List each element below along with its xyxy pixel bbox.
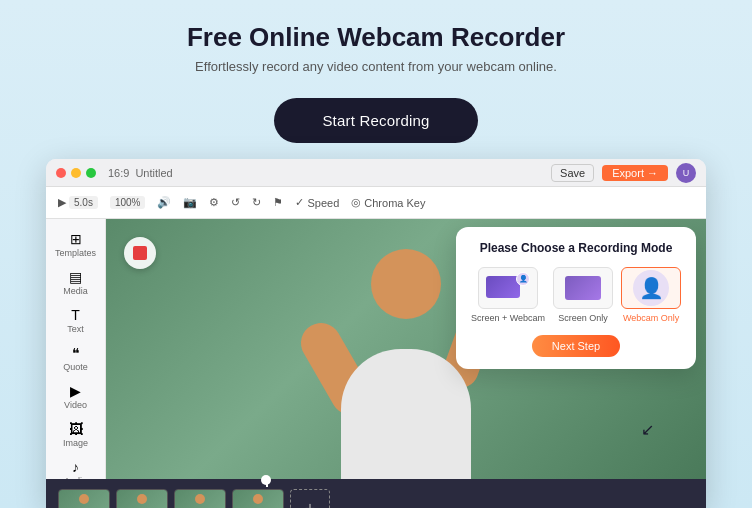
close-window-button[interactable] — [56, 168, 66, 178]
audio-sidebar-icon: ♪ — [72, 460, 79, 474]
quote-icon: ❝ — [72, 346, 80, 360]
toolbar: ▶ 5.0s 100% 🔊 📷 ⚙ ↺ ↻ ⚑ — [46, 187, 706, 219]
next-step-button[interactable]: Next Step — [532, 335, 620, 357]
sidebar-item-text[interactable]: T Text — [50, 303, 102, 339]
page-wrapper: Free Online Webcam Recorder Effortlessly… — [0, 0, 752, 508]
filename-label: Untitled — [135, 167, 172, 179]
undo-icon: ↺ — [231, 196, 240, 209]
aspect-ratio-label: 16:9 — [108, 167, 129, 179]
toolbar-chroma-key[interactable]: ◎ Chroma Key — [351, 196, 425, 209]
play-icon: ▶ — [58, 196, 66, 209]
toolbar-audio[interactable]: 🔊 — [157, 196, 171, 209]
combo-screen — [486, 276, 520, 298]
user-avatar: U — [676, 163, 696, 183]
record-stop-button[interactable] — [124, 237, 156, 269]
sidebar-item-media[interactable]: ▤ Media — [50, 265, 102, 301]
duration-badge: 5.0s — [69, 196, 98, 209]
toolbar-camera[interactable]: 📷 — [183, 196, 197, 209]
sidebar-item-quote[interactable]: ❝ Quote — [50, 341, 102, 377]
mode-screen-webcam[interactable]: 👤 Screen + Webcam — [471, 267, 545, 323]
canvas-area: Please Choose a Recording Mode 👤 Screen … — [106, 219, 706, 479]
redo-icon: ↻ — [252, 196, 261, 209]
timeline-thumb-2[interactable] — [116, 489, 168, 508]
person-icon: 👤 — [639, 276, 664, 300]
image-icon: 🖼 — [69, 422, 83, 436]
title-bar-actions: Save Export → U — [551, 163, 696, 183]
screen-webcam-label: Screen + Webcam — [471, 313, 545, 323]
modal-title: Please Choose a Recording Mode — [470, 241, 682, 255]
timeline: + — [46, 479, 706, 508]
camera-icon: 📷 — [183, 196, 197, 209]
start-recording-button[interactable]: Start Recording — [274, 98, 477, 143]
maximize-window-button[interactable] — [86, 168, 96, 178]
speed-check-icon: ✓ — [295, 196, 304, 209]
flag-icon: ⚑ — [273, 196, 283, 209]
minimize-window-button[interactable] — [71, 168, 81, 178]
chroma-label: Chroma Key — [364, 197, 425, 209]
toolbar-flag[interactable]: ⚑ — [273, 196, 283, 209]
save-button[interactable]: Save — [551, 164, 594, 182]
cursor: ↙ — [641, 420, 654, 439]
person-head — [371, 249, 441, 319]
mode-webcam-only[interactable]: 👤 Webcam Only — [621, 267, 681, 323]
toolbar-settings[interactable]: ⚙ — [209, 196, 219, 209]
page-subtitle: Effortlessly record any video content fr… — [187, 59, 565, 74]
export-button[interactable]: Export → — [602, 165, 668, 181]
screen-only-icon — [565, 276, 601, 300]
combo-cam: 👤 — [516, 272, 530, 286]
templates-icon: ⊞ — [70, 232, 82, 246]
screen-only-label: Screen Only — [558, 313, 608, 323]
title-bar: 16:9 Untitled Save Export → U — [46, 159, 706, 187]
speed-label: Speed — [307, 197, 339, 209]
timeline-thumb-4[interactable] — [232, 489, 284, 508]
main-content: ⊞ Templates ▤ Media T Text ❝ Quote ▶ V — [46, 219, 706, 479]
screen-webcam-icon-box: 👤 — [478, 267, 538, 309]
recording-mode-modal: Please Choose a Recording Mode 👤 Screen … — [456, 227, 696, 369]
screen-only-icon-box — [553, 267, 613, 309]
sidebar-item-image[interactable]: 🖼 Image — [50, 417, 102, 453]
webcam-only-icon-box: 👤 — [621, 267, 681, 309]
text-icon: T — [71, 308, 80, 322]
toolbar-duration[interactable]: ▶ 5.0s — [58, 196, 98, 209]
toolbar-redo[interactable]: ↻ — [252, 196, 261, 209]
window-controls — [56, 168, 96, 178]
settings-icon: ⚙ — [209, 196, 219, 209]
webcam-only-icon: 👤 — [633, 270, 669, 306]
sidebar: ⊞ Templates ▤ Media T Text ❝ Quote ▶ V — [46, 219, 106, 479]
add-icon: + — [305, 499, 316, 508]
toolbar-undo[interactable]: ↺ — [231, 196, 240, 209]
title-bar-info: 16:9 Untitled — [108, 167, 173, 179]
screen-webcam-combo-icon: 👤 — [486, 272, 530, 304]
app-window: 16:9 Untitled Save Export → U ▶ 5.0s 100… — [46, 159, 706, 508]
chroma-icon: ◎ — [351, 196, 361, 209]
stop-icon — [133, 246, 147, 260]
timeline-add-button[interactable]: + — [290, 489, 330, 508]
sidebar-item-video[interactable]: ▶ Video — [50, 379, 102, 415]
toolbar-zoom[interactable]: 100% — [110, 196, 146, 209]
header: Free Online Webcam Recorder Effortlessly… — [187, 0, 565, 74]
toolbar-speed[interactable]: ✓ Speed — [295, 196, 339, 209]
mode-options: 👤 Screen + Webcam Screen Only — [470, 267, 682, 323]
audio-icon: 🔊 — [157, 196, 171, 209]
timeline-thumb-3[interactable] — [174, 489, 226, 508]
webcam-only-label: Webcam Only — [623, 313, 679, 323]
sidebar-item-templates[interactable]: ⊞ Templates — [50, 227, 102, 263]
video-icon: ▶ — [70, 384, 81, 398]
mode-screen-only[interactable]: Screen Only — [553, 267, 613, 323]
timeline-needle-dot — [261, 475, 271, 485]
zoom-badge: 100% — [110, 196, 146, 209]
page-title: Free Online Webcam Recorder — [187, 22, 565, 53]
person-body — [341, 349, 471, 479]
timeline-thumb-1[interactable] — [58, 489, 110, 508]
media-icon: ▤ — [69, 270, 82, 284]
